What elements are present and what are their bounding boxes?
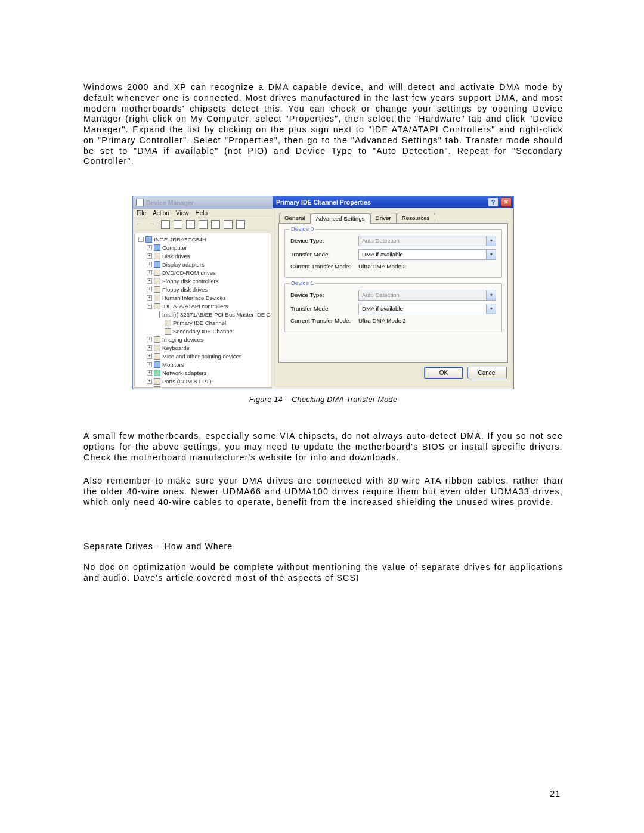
body-paragraph: Also remember to make sure your DMA driv…	[83, 476, 563, 507]
field-value: Ultra DMA Mode 2	[358, 263, 406, 270]
tree-item[interactable]: +Mice and other pointing devices	[136, 352, 270, 360]
refresh-icon[interactable]	[199, 220, 208, 229]
expander-icon[interactable]: +	[147, 245, 152, 250]
device-category-icon	[154, 361, 160, 368]
tab-general[interactable]: General	[279, 213, 311, 223]
tab-panel-advanced: Device 0Device Type:Auto Detection▾Trans…	[278, 223, 508, 363]
expander-icon[interactable]: +	[147, 278, 152, 284]
transfer-mode-combo[interactable]: DMA if available▾	[358, 304, 496, 314]
device-category-icon	[154, 286, 160, 293]
tree-item[interactable]: +Keyboards	[136, 343, 270, 352]
tab-resources[interactable]: Resources	[397, 213, 435, 223]
field-label: Current Transfer Mode:	[290, 317, 355, 324]
device-groupbox: Device 0Device Type:Auto Detection▾Trans…	[284, 229, 502, 278]
device-manager-window: Device Manager File Action View Help ← →	[133, 196, 273, 389]
expander-icon[interactable]: +	[147, 362, 152, 367]
chevron-down-icon: ▾	[486, 290, 496, 300]
tree-item[interactable]: −IDE ATA/ATAPI controllers	[136, 302, 270, 310]
properties-window: Primary IDE Channel Properties General A…	[273, 196, 513, 389]
transfer-mode-combo[interactable]: DMA if available▾	[358, 249, 496, 260]
tree-item[interactable]: +Monitors	[136, 360, 270, 368]
properties-icon[interactable]	[174, 220, 182, 229]
tree-label: Intel(r) 82371AB/EB PCI Bus Master IDE C…	[162, 311, 271, 318]
tree-label: Secondary IDE Channel	[173, 328, 234, 335]
cancel-button[interactable]: Cancel	[467, 367, 507, 379]
tree-item[interactable]: +Imaging devices	[136, 335, 270, 343]
expander-icon[interactable]: +	[147, 337, 152, 342]
expander-icon[interactable]: +	[147, 354, 152, 359]
grid-icon[interactable]	[161, 220, 170, 229]
device-groupbox: Device 1Device Type:Auto Detection▾Trans…	[284, 283, 502, 332]
forward-arrow-icon[interactable]: →	[148, 220, 157, 229]
menu-action[interactable]: Action	[153, 210, 169, 216]
tree-label: Human Interface Devices	[162, 295, 226, 301]
window-title: Primary IDE Channel Properties	[276, 199, 371, 206]
body-paragraph: Windows 2000 and XP can recognize a DMA …	[83, 82, 563, 167]
chevron-down-icon: ▾	[486, 236, 496, 246]
device-category-icon	[154, 345, 160, 351]
tree-item[interactable]: +Computer	[136, 243, 270, 252]
close-button-icon[interactable]	[501, 197, 512, 207]
expander-icon[interactable]: +	[147, 295, 152, 301]
tree-label: Display adapters	[162, 261, 205, 268]
tree-item[interactable]: +Sound, video and game controllers	[136, 385, 270, 388]
tree-item[interactable]: Secondary IDE Channel	[136, 327, 270, 335]
print-icon[interactable]	[186, 220, 195, 229]
app-icon	[136, 199, 144, 206]
menu-view[interactable]: View	[176, 210, 189, 216]
field-label: Device Type:	[290, 292, 355, 298]
tree-item[interactable]: +Disk drives	[136, 252, 270, 260]
ok-button[interactable]: OK	[424, 367, 463, 379]
expander-icon[interactable]: +	[147, 345, 152, 351]
menu-file[interactable]: File	[137, 210, 146, 216]
expander-icon[interactable]: +	[147, 262, 152, 267]
tree-label: Monitors	[162, 361, 184, 368]
expander-icon[interactable]: +	[147, 287, 152, 292]
tree-label: Keyboards	[162, 345, 189, 351]
device-type-combo: Auto Detection▾	[358, 290, 496, 301]
tree-item[interactable]: Intel(r) 82371AB/EB PCI Bus Master IDE C…	[136, 310, 270, 318]
field-label: Device Type:	[290, 237, 355, 244]
help-button-icon[interactable]	[488, 197, 499, 207]
chevron-down-icon[interactable]: ▾	[486, 304, 496, 314]
tree-item[interactable]: +Ports (COM & LPT)	[136, 377, 270, 385]
monitor-icon[interactable]	[211, 220, 220, 229]
back-arrow-icon[interactable]: ←	[136, 220, 145, 229]
chevron-down-icon[interactable]: ▾	[486, 250, 496, 259]
tab-advanced-settings[interactable]: Advanced Settings	[311, 213, 370, 224]
tree-item[interactable]: +DVD/CD-ROM drives	[136, 268, 270, 277]
tree-root[interactable]: − INGE-JRRA5GC54H	[136, 235, 270, 243]
tree-item[interactable]: +Network adapters	[136, 368, 270, 377]
device-tree[interactable]: − INGE-JRRA5GC54H +Computer+Disk drives+…	[134, 233, 271, 388]
tree-label: Sound, video and game controllers	[162, 386, 250, 388]
expander-icon[interactable]: +	[147, 253, 152, 259]
expander-icon[interactable]: −	[147, 304, 152, 309]
device-category-icon	[154, 303, 160, 309]
tree-label: Floppy disk controllers	[162, 278, 219, 284]
expander-icon[interactable]: +	[147, 387, 152, 388]
expander-icon[interactable]: +	[147, 370, 152, 376]
tree-item[interactable]: +Floppy disk controllers	[136, 277, 270, 285]
figure-caption: Figure 14 – Checking DMA Transfer Mode	[83, 395, 563, 404]
body-paragraph: A small few motherboards, especially som…	[83, 431, 563, 463]
tree-label: Disk drives	[162, 253, 190, 259]
expander-icon[interactable]: −	[138, 237, 144, 242]
expander-icon[interactable]: +	[147, 379, 152, 384]
device-category-icon	[154, 261, 160, 268]
scan-icon[interactable]	[224, 220, 233, 229]
toolbar: ← →	[133, 218, 273, 231]
tree-label: DVD/CD-ROM drives	[162, 270, 216, 276]
expander-icon[interactable]: +	[147, 270, 152, 275]
tree-item[interactable]: +Display adapters	[136, 260, 270, 268]
body-paragraph: No doc on optimization would be complete…	[83, 562, 563, 584]
tab-driver[interactable]: Driver	[370, 213, 397, 223]
tree-item[interactable]: +Floppy disk drives	[136, 285, 270, 293]
disable-icon[interactable]	[236, 220, 245, 229]
menu-help[interactable]: Help	[195, 210, 208, 216]
tree-item[interactable]: +Human Interface Devices	[136, 293, 270, 302]
groupbox-legend: Device 1	[289, 280, 315, 286]
tree-label: Ports (COM & LPT)	[162, 378, 211, 385]
tree-item[interactable]: Primary IDE Channel	[136, 318, 270, 327]
field-label: Transfer Mode:	[290, 305, 355, 312]
device-category-icon	[154, 378, 160, 385]
